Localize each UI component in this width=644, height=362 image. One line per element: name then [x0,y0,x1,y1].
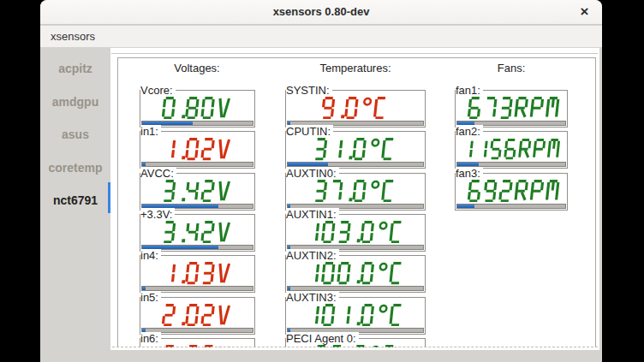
sensor-label: fan2: [456,125,483,138]
menubar: xsensors [40,26,602,48]
sensor-auxtin1: AUXTIN1: [285,214,426,252]
seven-segment-display [459,138,564,161]
column-header-fans: Fans: [498,62,526,74]
sensor-3-3v: +3.3V: [140,214,255,252]
seven-segment-display [459,180,564,203]
seven-segment-display [289,138,421,161]
seven-segment-display [144,262,251,285]
sensor-label: +3.3V: [140,208,175,221]
sensor-in1: in1: [140,131,255,169]
seven-segment-display [144,138,251,161]
sensor-label: AUXTIN2: [286,249,339,262]
progress-bar [456,204,566,209]
sensor-in5: in5: [140,297,255,335]
sidebar-item-asus[interactable]: asus [40,118,110,151]
sensor-fan3: fan3: [455,173,568,211]
sensor-fan2: fan2: [455,131,568,169]
sensor-auxtin2: AUXTIN2: [285,255,426,293]
sensor-avcc: AVCC: [140,173,255,211]
sensor-label: SYSTIN: [286,84,332,97]
xsensors-window: xsensors 0.80-dev × xsensors acpitzamdgp… [40,0,602,362]
sensor-label: in5: [140,291,161,304]
screen-background: xsensors 0.80-dev × xsensors acpitzamdgp… [0,0,644,362]
sensor-label: AVCC: [140,167,176,180]
window-body: acpitzamdgpuasuscoretempnct6791 Voltages… [40,48,602,362]
close-icon[interactable]: × [575,3,594,22]
sensor-cputin: CPUTIN: [285,131,426,169]
seven-segment-display [289,304,421,327]
sensor-label: Vcore: [140,84,176,97]
sensor-vcore: Vcore: [140,90,255,128]
sidebar-item-amdgpu[interactable]: amdgpu [40,86,110,118]
seven-segment-display [144,180,251,203]
sensor-in4: in4: [140,255,255,293]
sensor-label: in4: [140,249,161,262]
sensor-label: PECI Agent 0: [286,332,359,345]
sensor-label: fan1: [456,84,483,97]
scroll-viewport[interactable]: Voltages:Vcore:in1:AVCC:+3.3V:in4:in5:in… [110,48,599,347]
sensor-label: fan3: [456,167,483,180]
seven-segment-display [289,97,421,120]
sensor-systin: SYSTIN: [285,90,426,128]
sidebar-item-nct6791[interactable]: nct6791 [40,184,110,217]
sidebar-item-acpitz[interactable]: acpitz [40,52,110,85]
titlebar[interactable]: xsensors 0.80-dev × [40,0,602,25]
sensor-label: in1: [140,125,161,138]
window-title: xsensors 0.80-dev [40,0,602,24]
sensors-frame: Voltages:Vcore:in1:AVCC:+3.3V:in4:in5:in… [117,57,596,347]
sensor-page: Voltages:Vcore:in1:AVCC:+3.3V:in4:in5:in… [110,48,599,350]
column-header-voltages: Voltages: [174,62,220,74]
seven-segment-display [289,221,421,244]
sidebar-item-coretemp[interactable]: coretemp [40,151,110,184]
sensor-auxtin0: AUXTIN0: [285,173,426,211]
sensor-label: in6: [140,332,161,345]
seven-segment-display [459,97,564,120]
sensor-label: AUXTIN3: [286,291,339,304]
column-header-temperatures: Temperatures: [319,62,391,74]
sidebar-tabs: acpitzamdgpuasuscoretempnct6791 [40,48,110,362]
progress-bar-fill [457,205,474,208]
menu-xsensors[interactable]: xsensors [40,26,105,47]
seven-segment-display [289,180,421,203]
sensor-auxtin3: AUXTIN3: [285,297,426,335]
seven-segment-display [144,221,251,244]
scroll-clip-edge [112,347,598,347]
sensor-label: CPUTIN: [286,125,333,138]
sensor-label: AUXTIN0: [286,167,339,180]
seven-segment-display [289,262,421,285]
sensor-label: AUXTIN1: [286,208,339,221]
seven-segment-display [144,304,251,327]
seven-segment-display [144,97,251,120]
sensor-fan1: fan1: [455,90,568,128]
